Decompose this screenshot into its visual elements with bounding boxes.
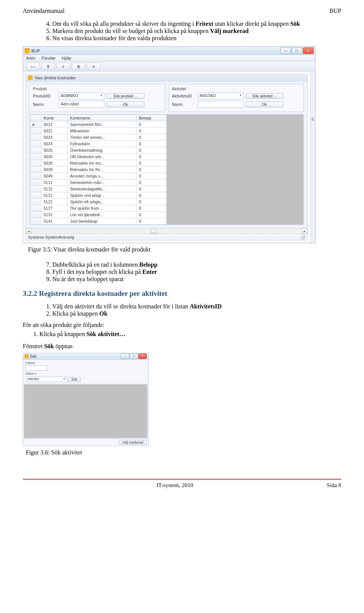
row-header	[30, 205, 41, 212]
cell-belopp[interactable]: 0	[136, 205, 166, 212]
cell-konto: 5024	[41, 141, 68, 147]
cell-belopp[interactable]: 0	[136, 121, 166, 128]
produkt-group-label: Produkt	[33, 86, 162, 91]
table-row[interactable]: 5049Arvoden övriga u...0	[30, 173, 166, 179]
table-row[interactable]: 5131Lön vid tjänstledi...0	[30, 212, 166, 218]
arrow-left-icon[interactable]: ‹—	[26, 63, 40, 70]
scroll-thumb[interactable]	[151, 229, 157, 234]
cell-belopp[interactable]: 0	[136, 141, 166, 147]
search-step-1: Klicka på knappen Sök aktivitet…	[39, 331, 341, 338]
header-left: Användarmanual	[23, 8, 64, 14]
app-icon	[25, 48, 30, 53]
cell-belopp[interactable]: 0	[136, 147, 166, 154]
menu-hjalp[interactable]: Hjälp	[62, 56, 71, 60]
table-row[interactable]: 5028Retroaktiv lön inn...0	[30, 160, 166, 167]
resize-grip-icon[interactable]	[301, 235, 305, 239]
sok-produkt-button[interactable]: Sök produkt ...	[107, 93, 144, 99]
scroll-right-icon[interactable]: ▸	[301, 228, 308, 234]
step-7: Dubbelklicka på en rad i kolumnen Belopp	[52, 261, 341, 268]
table-row[interactable]: 5121Sjuklön und arbgi...0	[30, 192, 166, 199]
table-row[interactable]: 5024Fyllnadslön0	[30, 141, 166, 147]
sok-results-grid[interactable]	[24, 384, 147, 438]
sok-button[interactable]: Sök	[68, 377, 81, 382]
table-row[interactable]: 5029Retroaktiv lön för...0	[30, 167, 166, 173]
cell-belopp[interactable]: 0	[136, 154, 166, 160]
produktid-dropdown[interactable]: ADMNKO	[59, 93, 104, 99]
table-row[interactable]: 5127Övr sjuklön from ...0	[30, 205, 166, 212]
pane-icon	[28, 75, 33, 80]
x-icon[interactable]: ✕	[87, 63, 100, 70]
soki-dropdown[interactable]: Aktivitet	[25, 377, 66, 382]
cell-kontonamn: Semesterlön mån...	[67, 179, 136, 186]
table-row[interactable]: 5141Jour beredskap0	[30, 218, 166, 225]
row-header: ▸	[30, 121, 41, 128]
table-row[interactable]: 5021Månadslön0	[30, 128, 166, 134]
table-row[interactable]: 5122Sjuklön eft arbgiv...0	[30, 199, 166, 205]
aktivitet-ok-button[interactable]: Ok	[246, 102, 284, 107]
sokeri-label: Söker i:	[25, 372, 146, 376]
row-header	[30, 179, 41, 186]
cell-konto: 5012	[41, 121, 68, 128]
sok-close-button[interactable]: ✕	[138, 354, 147, 359]
cell-belopp[interactable]: 0	[136, 212, 166, 218]
produktid-label: ProduktID	[33, 94, 56, 98]
step-9: Nu är det nya beloppet sparat	[52, 276, 341, 283]
aktivitet-namn-input[interactable]	[198, 101, 243, 108]
cell-konto: 5122	[41, 199, 68, 205]
cell-belopp[interactable]: 0	[136, 186, 166, 192]
scroll-left-icon[interactable]: ◂	[26, 228, 32, 234]
step-6: Nu visas direkta kostnader för den valda…	[52, 35, 341, 42]
minimize-button[interactable]: —	[280, 47, 291, 54]
table-row[interactable]: 5026OB Obekväm arb...0	[30, 154, 166, 160]
cell-konto: 5141	[41, 218, 68, 225]
table-row[interactable]: 5025Övertidsersättning0	[30, 147, 166, 154]
table-row[interactable]: 5023Timlön inkl semes...0	[30, 134, 166, 141]
table-row[interactable]: 5112Semesterdagstillä...0	[30, 186, 166, 192]
produkt-group: Produkt ProduktID ADMNKO Sök produkt ...…	[30, 84, 165, 112]
maximize-button[interactable]: ☐	[292, 47, 302, 54]
col-kontonamn[interactable]: Kontonamn	[67, 115, 136, 121]
sok-aktivitet-button[interactable]: Sök aktivitet ...	[246, 93, 284, 99]
fritext-label: Fritext	[25, 361, 146, 365]
footer-divider	[23, 479, 341, 480]
grid-icon[interactable]: ⊞	[72, 63, 85, 70]
produkt-ok-button[interactable]: Ok	[107, 102, 144, 107]
cell-belopp[interactable]: 0	[136, 134, 166, 141]
fritext-input[interactable]	[25, 365, 47, 371]
menu-fonster[interactable]: Fönster	[41, 56, 55, 60]
cell-belopp[interactable]: 0	[136, 173, 166, 179]
sok-maximize-button[interactable]: ☐	[130, 354, 138, 359]
cell-belopp[interactable]: 0	[136, 199, 166, 205]
cell-kontonamn: Semesterdagstillä...	[67, 186, 136, 192]
valj-markerad-button[interactable]: Välj markerad	[119, 440, 147, 445]
cell-belopp[interactable]: 0	[136, 128, 166, 134]
cell-belopp[interactable]: 0	[136, 160, 166, 167]
row-header	[30, 173, 41, 179]
col-konto[interactable]: Konto	[41, 115, 68, 121]
step-5: Markera den produkt du vill se budget på…	[52, 28, 341, 35]
cell-kontonamn: Retroaktiv lön inn...	[67, 160, 136, 167]
sok-minimize-button[interactable]: —	[121, 354, 129, 359]
side-indicator: E	[310, 72, 315, 243]
cell-belopp[interactable]: 0	[136, 167, 166, 173]
close-button[interactable]: ✕	[303, 47, 314, 54]
produkt-namn-input[interactable]: Adm.nätet	[59, 101, 104, 108]
col-belopp[interactable]: Belopp	[136, 115, 166, 121]
cell-kontonamn: Arvoden övriga u...	[67, 173, 136, 179]
bars-icon[interactable]: ≡	[56, 63, 70, 70]
table-row[interactable]: 5111Semesterlön mån...0	[30, 179, 166, 186]
cell-kontonamn: Timlön inkl semes...	[67, 134, 136, 141]
menu-arkiv[interactable]: Arkiv	[26, 56, 35, 60]
aktivitetsid-dropdown[interactable]: ANSTAO	[198, 93, 243, 99]
horizontal-scrollbar[interactable]: ◂ ▸	[26, 228, 308, 234]
figure-3-5-caption: Figur 3.5: Visar direkta kostnader för v…	[28, 246, 341, 253]
step-4: Om du vill söka på alla produkter så skr…	[52, 20, 341, 27]
footer-center: IT-system, 2010	[157, 482, 193, 489]
dollar-icon[interactable]: $	[41, 63, 55, 70]
table-row[interactable]: ▸5012Sammanträd-/förr...0	[30, 121, 166, 128]
cell-belopp[interactable]: 0	[136, 192, 166, 199]
fonstret-sok-text: Fönstret Sök öppnas	[23, 343, 341, 350]
data-grid[interactable]: Konto Kontonamn Belopp ▸5012Sammanträd-/…	[30, 114, 304, 225]
cell-belopp[interactable]: 0	[136, 179, 166, 186]
cell-belopp[interactable]: 0	[136, 218, 166, 225]
